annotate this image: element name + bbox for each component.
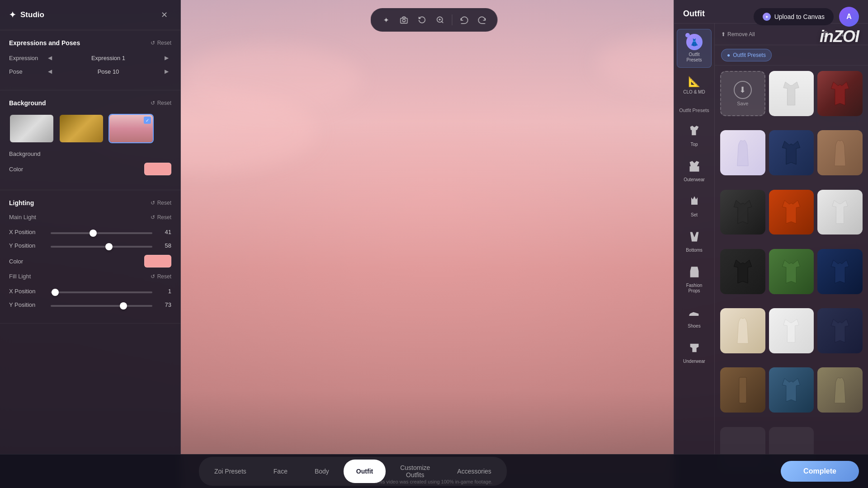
tab-face[interactable]: Face	[261, 460, 300, 483]
complete-button[interactable]: Complete	[781, 461, 859, 482]
panel-header: ✦ Studio ✕	[0, 0, 180, 30]
sidebar-item-outfit-presets[interactable]: 👗 OutfitPresets	[677, 29, 712, 68]
upload-to-canvas-button[interactable]: ✦ Upload to Canvas	[754, 8, 834, 25]
reset-icon-main: ↺	[151, 214, 155, 221]
outfit-item-14[interactable]	[817, 308, 863, 353]
fashion-props-label: FashionProps	[686, 283, 703, 294]
main-light-title: Main Light	[9, 214, 36, 221]
expression-next-button[interactable]: ▶	[162, 54, 171, 62]
sidebar-item-bottoms[interactable]: Bottoms	[677, 226, 712, 258]
outfit-item-12[interactable]	[720, 308, 765, 353]
expression-prev-button[interactable]: ◀	[45, 54, 55, 62]
y-position-slider[interactable]	[51, 246, 152, 248]
outfit-item-7[interactable]	[769, 190, 814, 235]
reset-icon-light: ↺	[151, 200, 155, 206]
sidebar-item-set[interactable]: Set	[677, 191, 712, 222]
save-icon: ⬇	[734, 81, 752, 99]
background-reset-button[interactable]: ↺ Reset	[151, 100, 171, 106]
remove-all-button[interactable]: ⬆ Remove All	[721, 31, 755, 38]
clo-md-label: CLO & MD	[683, 89, 705, 95]
undo-button[interactable]	[456, 12, 472, 28]
outfit-item-16[interactable]	[769, 367, 814, 413]
sidebar-item-shoes[interactable]: Shoes	[677, 302, 712, 333]
bottoms-icon	[688, 230, 701, 246]
expression-value: Expression 1	[55, 55, 162, 61]
move-tool-button[interactable]: ✦	[378, 12, 394, 28]
outfit-item-8[interactable]	[817, 190, 863, 235]
pose-prev-button[interactable]: ◀	[45, 67, 55, 75]
arrow-up-icon: ⬆	[721, 31, 726, 38]
fill-x-slider[interactable]	[51, 291, 152, 293]
fill-x-slider-container	[51, 287, 152, 295]
lighting-header: Lighting ↺ Reset	[9, 199, 171, 206]
camera-tool-button[interactable]	[396, 12, 412, 28]
sidebar-item-outfit-presets-text[interactable]: Outfit Presets	[674, 102, 714, 117]
outfit-save-item[interactable]: ⬇ Save	[720, 71, 765, 116]
close-panel-button[interactable]: ✕	[157, 8, 171, 22]
expression-label: Expression	[9, 55, 45, 61]
pose-control: Pose ◀ Pose 10 ▶	[9, 67, 171, 75]
outfit-item-13[interactable]	[769, 308, 814, 353]
color-control: Color	[9, 163, 171, 175]
main-light-reset-button[interactable]: ↺ Reset	[151, 214, 171, 221]
outfit-item-15[interactable]	[720, 367, 765, 413]
outfit-item-4[interactable]	[769, 130, 814, 175]
expressions-poses-section: Expressions and Poses ↺ Reset Expression…	[0, 30, 180, 90]
main-light-color-swatch[interactable]	[144, 255, 171, 267]
left-panel: ✦ Studio ✕ Expressions and Poses ↺ Reset…	[0, 0, 181, 488]
background-thumb-room[interactable]	[59, 114, 104, 143]
tab-zoi-presets[interactable]: Zoi Presets	[202, 460, 259, 483]
fill-y-label: Y Position	[9, 301, 45, 308]
x-position-slider[interactable]	[51, 232, 152, 234]
fill-y-slider[interactable]	[51, 305, 152, 307]
set-icon	[688, 195, 701, 211]
x-position-label: X Position	[9, 229, 45, 235]
rotate-tool-button[interactable]	[414, 12, 430, 28]
underwear-icon	[688, 342, 701, 357]
y-position-value: 58	[158, 242, 171, 249]
lighting-reset-button[interactable]: ↺ Reset	[151, 200, 171, 206]
expressions-poses-title: Expressions and Poses	[9, 39, 80, 47]
background-title: Background	[9, 99, 46, 107]
outfit-presets-label: OutfitPresets	[687, 52, 702, 63]
sidebar-item-underwear[interactable]: Underwear	[677, 337, 712, 369]
zoom-tool-button[interactable]	[432, 12, 448, 28]
pose-next-button[interactable]: ▶	[162, 67, 171, 75]
pose-value: Pose 10	[55, 68, 162, 75]
user-avatar[interactable]: A	[839, 7, 859, 27]
outfit-item-17[interactable]	[817, 367, 863, 413]
reset-icon-fill: ↺	[151, 273, 155, 280]
fill-light-title: Fill Light	[9, 273, 31, 280]
outfit-item-6[interactable]	[720, 190, 765, 235]
outfit-item-5[interactable]	[817, 130, 863, 175]
outfit-item-1[interactable]	[769, 71, 814, 116]
pose-label: Pose	[9, 68, 45, 75]
sidebar-item-fashion-props[interactable]: FashionProps	[677, 261, 712, 298]
outfit-item-9[interactable]	[720, 249, 765, 294]
sidebar-item-top[interactable]: Top	[677, 120, 712, 152]
outfit-sidebar: 👗 OutfitPresets 📐 CLO & MD Outfit Preset…	[674, 23, 715, 488]
top-label: Top	[690, 142, 698, 147]
fill-light-reset-button[interactable]: ↺ Reset	[151, 273, 171, 280]
expressions-poses-header: Expressions and Poses ↺ Reset	[9, 39, 171, 47]
clo-md-icon: 📐	[688, 76, 700, 88]
expression-control: Expression ◀ Expression 1 ▶	[9, 54, 171, 62]
background-thumb-sunset[interactable]: ✓	[108, 114, 154, 143]
background-color-swatch[interactable]	[144, 163, 171, 175]
outfit-item-2[interactable]	[817, 71, 863, 116]
outfit-item-11[interactable]	[817, 249, 863, 294]
outfit-item-3[interactable]	[720, 130, 765, 175]
set-label: Set	[691, 212, 698, 218]
redo-button[interactable]	[474, 12, 491, 28]
shoes-label: Shoes	[688, 324, 700, 329]
expressions-poses-reset-button[interactable]: ↺ Reset	[151, 40, 171, 46]
background-thumb-gray[interactable]	[9, 114, 54, 143]
x-position-value: 41	[158, 229, 171, 235]
outerwear-label: Outerwear	[684, 177, 705, 183]
tab-body[interactable]: Body	[302, 460, 342, 483]
top-toolbar: ✦	[371, 8, 498, 32]
sidebar-item-outerwear[interactable]: Outerwear	[677, 155, 712, 187]
outfit-item-10[interactable]	[769, 249, 814, 294]
sidebar-item-clo-md[interactable]: 📐 CLO & MD	[677, 71, 712, 99]
preset-option-presets[interactable]: ● Outfit Presets	[721, 49, 772, 61]
